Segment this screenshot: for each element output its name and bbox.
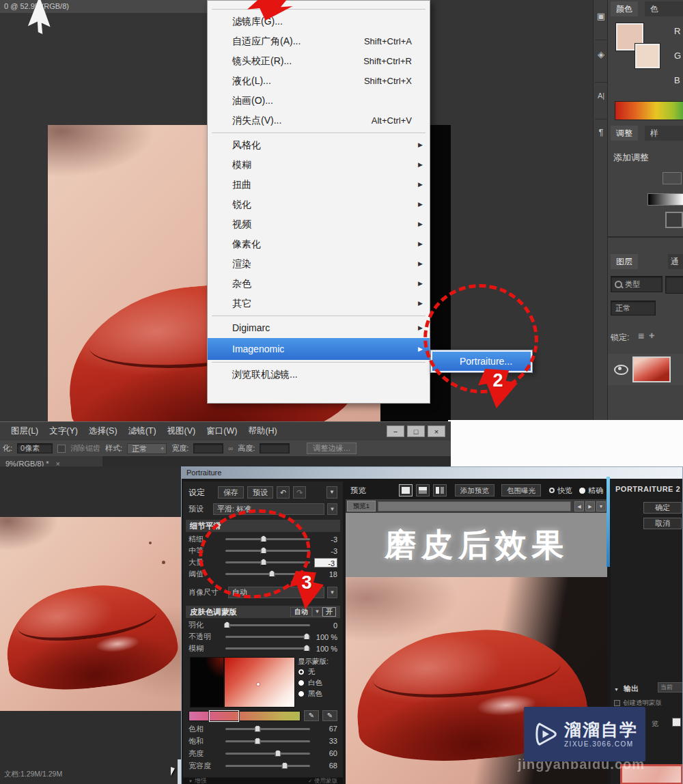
tab-prev-icon[interactable]: ◀ xyxy=(574,501,584,512)
menu-item-render[interactable]: 渲染▶ xyxy=(208,254,430,274)
quick-preview-radio[interactable]: 快览 xyxy=(549,486,572,496)
tab-channels-partial[interactable]: 通 xyxy=(668,254,683,269)
link-dimensions-icon[interactable]: ∞ xyxy=(228,445,233,452)
bracket-exposure-button[interactable]: 包围曝光 xyxy=(501,484,541,496)
cancel-button[interactable]: 取消 xyxy=(643,518,682,529)
pattern-adjustment-icon[interactable] xyxy=(665,212,683,228)
menu-window[interactable]: 窗口(W) xyxy=(206,425,237,437)
settings-menu-arrow-icon[interactable]: ▼ xyxy=(326,486,337,499)
large-value-field[interactable]: -3 xyxy=(314,558,337,568)
menu-item-oil-paint[interactable]: 油画(O)... xyxy=(208,91,430,111)
layer-row[interactable] xyxy=(608,354,683,385)
history-panel-icon[interactable]: ▣ xyxy=(594,11,609,21)
menu-layer[interactable]: 图层(L) xyxy=(11,425,38,437)
character-panel-icon[interactable]: A| xyxy=(594,92,609,100)
layer-visibility-eye-icon[interactable] xyxy=(614,365,628,375)
show-mask-white[interactable]: 白色 xyxy=(298,677,329,688)
height-field[interactable] xyxy=(260,443,290,453)
antialias-checkbox[interactable] xyxy=(57,445,66,453)
gradient-adjustment-icon[interactable] xyxy=(647,193,683,206)
adjustment-icon[interactable] xyxy=(663,172,682,184)
menu-item-pixelate[interactable]: 像素化▶ xyxy=(208,234,430,254)
feather-value-field[interactable]: 0像素 xyxy=(17,443,53,453)
opacity-slider[interactable] xyxy=(225,636,310,638)
picker-gradient-field[interactable] xyxy=(224,657,295,708)
menu-item-liquify[interactable]: 液化(L)...Shift+Ctrl+X xyxy=(208,71,430,91)
accurate-preview-radio[interactable]: 精确 xyxy=(579,486,603,496)
tab-adjustments[interactable]: 调整 xyxy=(611,126,638,141)
ok-button[interactable]: 确定 xyxy=(643,502,682,514)
eyedropper-remove-icon[interactable]: ✎ xyxy=(322,710,337,721)
menu-item-blur[interactable]: 模糊▶ xyxy=(208,155,430,175)
blend-mode-select[interactable]: 正常 xyxy=(611,300,656,316)
menu-item-noise[interactable]: 杂色▶ xyxy=(208,274,430,294)
lock-position-icon[interactable]: ✚ xyxy=(649,332,654,339)
tab-list-icon[interactable]: ▼ xyxy=(596,501,606,512)
portrait-size-arrow-icon[interactable]: ▼ xyxy=(327,587,337,598)
menu-type[interactable]: 文字(Y) xyxy=(49,425,78,437)
tab-swatches-partial[interactable]: 色 xyxy=(645,1,683,16)
paragraph-panel-icon[interactable]: ¶ xyxy=(594,127,609,137)
width-field[interactable] xyxy=(193,443,223,453)
tab-color[interactable]: 颜色 xyxy=(611,1,638,16)
maximize-button[interactable]: □ xyxy=(407,425,425,437)
menu-item-sharpen[interactable]: 锐化▶ xyxy=(208,195,430,214)
partial-checkbox[interactable] xyxy=(672,718,681,727)
undo-icon[interactable]: ↶ xyxy=(277,486,290,499)
preview-tab-scrollarea[interactable] xyxy=(378,501,571,512)
menu-item-digimarc[interactable]: Digimarc▶ xyxy=(208,318,430,338)
view-split-vertical-button[interactable] xyxy=(433,484,447,496)
refine-edge-button[interactable]: 调整边缘… xyxy=(307,443,357,454)
close-button[interactable]: × xyxy=(428,425,445,437)
show-mask-black[interactable]: 黑色 xyxy=(298,688,329,699)
menu-filter[interactable]: 滤镜(T) xyxy=(128,425,156,437)
eyedropper-add-icon[interactable]: ✎ xyxy=(304,710,319,721)
layer-filter-search[interactable]: 类型 xyxy=(611,276,663,292)
layer-filter-partial[interactable] xyxy=(665,276,683,294)
menu-view[interactable]: 视图(V) xyxy=(167,425,196,437)
menu-item-other[interactable]: 其它▶ xyxy=(208,294,430,313)
tab-styles-partial[interactable]: 样 xyxy=(645,126,683,141)
add-preview-button[interactable]: 添加预览 xyxy=(455,484,494,496)
output-current-partial[interactable]: 当前 xyxy=(658,682,683,692)
menu-item-imagenomic[interactable]: Imagenomic▶ xyxy=(208,338,430,360)
menu-item-vanishing-point[interactable]: 消失点(V)...Alt+Ctrl+V xyxy=(208,111,430,130)
menu-item-distort[interactable]: 扭曲▶ xyxy=(208,175,430,195)
minimize-button[interactable]: − xyxy=(387,425,404,437)
hue-slider[interactable] xyxy=(225,728,310,730)
brightness-slider[interactable] xyxy=(225,753,310,755)
view-split-horizontal-button[interactable] xyxy=(416,484,430,496)
picker-sample-point[interactable] xyxy=(257,683,260,686)
tab-layers[interactable]: 图层 xyxy=(611,254,638,269)
view-single-button[interactable] xyxy=(399,484,413,496)
preview-tab-1[interactable]: 预览1 xyxy=(347,501,376,512)
fuzziness-slider[interactable] xyxy=(225,647,310,649)
feather-slider[interactable] xyxy=(225,624,310,626)
material-panel-icon[interactable]: ◈ xyxy=(594,49,609,59)
menu-item-adaptive-wide-angle[interactable]: 自适应广角(A)...Shift+Ctrl+A xyxy=(208,31,430,51)
redo-icon[interactable]: ↷ xyxy=(293,486,306,499)
color-spectrum-ramp[interactable] xyxy=(615,101,683,120)
menu-item-video[interactable]: 视频▶ xyxy=(208,214,430,234)
menu-item-browse-filters-online[interactable]: 浏览联机滤镜... xyxy=(208,365,430,384)
preset-button[interactable]: 预设 xyxy=(247,486,273,499)
save-button[interactable]: 保存 xyxy=(218,486,244,499)
preset-dropdown-arrow-icon[interactable]: ▼ xyxy=(327,503,337,515)
lock-transparency-icon[interactable]: ▦ xyxy=(638,332,644,339)
hue-range-strip[interactable] xyxy=(189,711,301,721)
latitude-slider[interactable] xyxy=(225,765,310,767)
mask-on-button[interactable]: 开 xyxy=(322,607,336,617)
saturation-slider[interactable] xyxy=(225,740,310,742)
show-mask-none[interactable]: 无 xyxy=(298,667,329,677)
menu-item-stylize[interactable]: 风格化▶ xyxy=(208,135,430,155)
background-color-swatch[interactable] xyxy=(635,44,660,68)
picker-shadow-swatch[interactable] xyxy=(190,657,224,708)
menu-item-lens-correction[interactable]: 镜头校正(R)...Shift+Ctrl+R xyxy=(208,51,430,71)
layer-thumbnail[interactable] xyxy=(632,356,671,382)
tab-next-icon[interactable]: ▶ xyxy=(585,501,595,512)
menu-help[interactable]: 帮助(H) xyxy=(248,425,277,437)
menu-select[interactable]: 选择(S) xyxy=(89,425,117,437)
style-select[interactable]: 正常÷ xyxy=(127,443,167,454)
hue-selection[interactable] xyxy=(209,710,239,722)
menu-item-filter-gallery[interactable]: 滤镜库(G)... xyxy=(208,12,430,31)
